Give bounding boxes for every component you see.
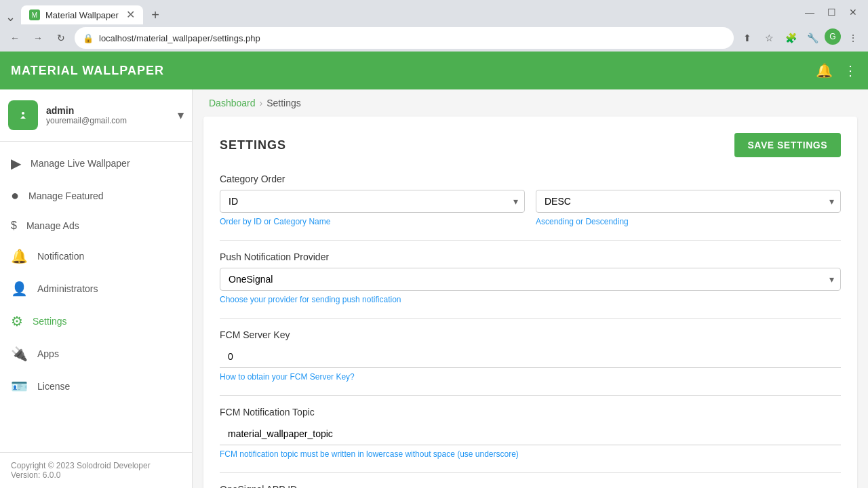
address-actions: ⬆ ☆ 🧩 🔧 G ⋮ bbox=[738, 28, 863, 47]
category-order-dir-col: ASC DESC ▾ bbox=[536, 190, 841, 213]
sidebar-nav: ▶ Manage Live Wallpaper ● Manage Feature… bbox=[0, 142, 192, 452]
settings-header: SETTINGS SAVE SETTINGS bbox=[220, 133, 841, 157]
browser-titlebar: ⌄ M Material Wallpaper ✕ + — ☐ ✕ bbox=[0, 0, 868, 24]
notification-icon[interactable]: 🔔 bbox=[816, 62, 833, 79]
browser-tabs: ⌄ M Material Wallpaper ✕ + bbox=[5, 0, 800, 24]
onesignal-appid-group: OneSignal APP ID Where do I get my OneSi… bbox=[220, 484, 841, 488]
push-notification-select[interactable]: OneSignal Firebase bbox=[220, 268, 841, 291]
address-bar[interactable]: 🔒 localhost/material_wallpaper/settings.… bbox=[75, 27, 734, 49]
forward-button[interactable]: → bbox=[28, 28, 47, 47]
fcm-server-key-input[interactable] bbox=[220, 346, 841, 368]
app-container: MATERIAL WALLPAPER 🔔 ⋮ admin youremail@g… bbox=[0, 52, 868, 488]
sidebar: admin youremail@gmail.com ▾ ▶ Manage Liv… bbox=[0, 89, 193, 488]
category-dir-select-wrapper: ASC DESC ▾ bbox=[536, 190, 841, 213]
nav-label-manage-ads: Manage Ads bbox=[26, 220, 79, 231]
category-id-select-wrapper: ID Category Name ▾ bbox=[220, 190, 525, 213]
category-order-hint-right[interactable]: Ascending or Descending bbox=[536, 217, 629, 226]
sidebar-item-settings[interactable]: ⚙ Settings bbox=[0, 305, 192, 338]
sidebar-item-license[interactable]: 🪪 License bbox=[0, 370, 192, 403]
fcm-topic-input[interactable] bbox=[220, 423, 841, 445]
onesignal-appid-label: OneSignal APP ID bbox=[220, 484, 841, 488]
category-hint-left: Order by ID or Category Name bbox=[220, 216, 525, 226]
user-chevron-icon[interactable]: ▾ bbox=[178, 108, 184, 123]
extension-icon[interactable]: 🧩 bbox=[781, 28, 800, 47]
browser-addressbar: ← → ↻ 🔒 localhost/material_wallpaper/set… bbox=[0, 24, 868, 52]
person-icon: 👤 bbox=[11, 281, 28, 297]
fcm-topic-hint[interactable]: FCM notification topic must be written i… bbox=[220, 449, 841, 459]
category-hints-row: Order by ID or Category Name Ascending o… bbox=[220, 216, 841, 226]
lock-icon: 🔒 bbox=[83, 33, 94, 43]
svg-rect-0 bbox=[15, 107, 31, 123]
nav-label-license: License bbox=[37, 381, 70, 392]
close-button[interactable]: ✕ bbox=[844, 3, 863, 22]
nav-label-apps: Apps bbox=[37, 348, 59, 359]
settings-title: SETTINGS bbox=[220, 138, 286, 152]
minimize-button[interactable]: — bbox=[800, 3, 819, 22]
star-icon: ● bbox=[11, 188, 19, 203]
reload-button[interactable]: ↻ bbox=[52, 28, 71, 47]
breadcrumb-settings: Settings bbox=[267, 98, 301, 108]
app-title: MATERIAL WALLPAPER bbox=[11, 64, 816, 78]
version-label: Version: bbox=[11, 470, 40, 480]
divider-4 bbox=[220, 472, 841, 473]
divider-1 bbox=[220, 240, 841, 241]
sidebar-item-administrators[interactable]: 👤 Administrators bbox=[0, 272, 192, 305]
maximize-button[interactable]: ☐ bbox=[822, 3, 841, 22]
more-options-icon[interactable]: ⋮ bbox=[844, 62, 857, 79]
category-order-id-select[interactable]: ID Category Name bbox=[220, 190, 525, 213]
tab-favicon: M bbox=[29, 9, 40, 20]
fcm-server-key-hint[interactable]: How to obtain your FCM Server Key? bbox=[220, 372, 841, 382]
category-order-group: Category Order ID Category Name ▾ bbox=[220, 174, 841, 226]
sidebar-item-apps[interactable]: 🔌 Apps bbox=[0, 338, 192, 370]
nav-label-manage-live-wallpaper: Manage Live Wallpaper bbox=[31, 158, 130, 169]
browser-tab-active[interactable]: M Material Wallpaper ✕ bbox=[21, 5, 143, 24]
browser-chrome: ⌄ M Material Wallpaper ✕ + — ☐ ✕ ← → ↻ 🔒… bbox=[0, 0, 868, 52]
save-settings-button[interactable]: SAVE SETTINGS bbox=[734, 133, 841, 157]
user-email: youremail@gmail.com bbox=[46, 116, 170, 125]
tab-title: Material Wallpaper bbox=[45, 10, 121, 20]
new-tab-button[interactable]: + bbox=[146, 5, 165, 24]
breadcrumb-separator: › bbox=[260, 98, 263, 108]
menu-icon[interactable]: ⋮ bbox=[844, 28, 863, 47]
nav-label-notification: Notification bbox=[37, 251, 84, 262]
sidebar-item-notification[interactable]: 🔔 Notification bbox=[0, 240, 192, 272]
fcm-topic-group: FCM Notification Topic FCM notification … bbox=[220, 407, 841, 459]
plug-icon: 🔌 bbox=[11, 346, 28, 362]
divider-2 bbox=[220, 318, 841, 319]
url-text: localhost/material_wallpaper/settings.ph… bbox=[99, 33, 726, 43]
back-button[interactable]: ← bbox=[5, 28, 24, 47]
window-controls: — ☐ ✕ bbox=[800, 3, 863, 22]
tab-close-button[interactable]: ✕ bbox=[126, 9, 135, 20]
fcm-topic-label: FCM Notification Topic bbox=[220, 407, 841, 418]
settings-card: SETTINGS SAVE SETTINGS Category Order ID… bbox=[203, 117, 857, 488]
breadcrumb-dashboard[interactable]: Dashboard bbox=[209, 98, 256, 108]
push-notification-select-wrapper: OneSignal Firebase ▾ bbox=[220, 268, 841, 291]
fcm-server-key-group: FCM Server Key How to obtain your FCM Se… bbox=[220, 329, 841, 382]
gear-icon: ⚙ bbox=[11, 313, 23, 329]
copyright-text: Copyright © 2023 Solodroid Developer bbox=[11, 461, 181, 470]
main-layout: admin youremail@gmail.com ▾ ▶ Manage Liv… bbox=[0, 89, 868, 488]
main-content: Dashboard › Settings SETTINGS SAVE SETTI… bbox=[193, 89, 868, 488]
bookmark-icon[interactable]: ☆ bbox=[760, 28, 778, 47]
category-order-hint-left[interactable]: Order by ID or Category Name bbox=[220, 217, 330, 226]
sidebar-user-profile[interactable]: admin youremail@gmail.com ▾ bbox=[0, 89, 192, 142]
share-icon[interactable]: ⬆ bbox=[738, 28, 757, 47]
tab-scroll-arrow[interactable]: ⌄ bbox=[5, 9, 16, 24]
top-bar-actions: 🔔 ⋮ bbox=[816, 62, 857, 79]
bell-icon: 🔔 bbox=[11, 248, 28, 264]
fcm-server-key-label: FCM Server Key bbox=[220, 329, 841, 340]
ads-icon: $ bbox=[11, 220, 17, 232]
sidebar-item-manage-live-wallpaper[interactable]: ▶ Manage Live Wallpaper bbox=[0, 147, 192, 180]
push-notification-hint[interactable]: Choose your provider for sending push no… bbox=[220, 295, 841, 304]
push-notification-group: Push Notification Provider OneSignal Fir… bbox=[220, 251, 841, 304]
extensions-icon[interactable]: 🔧 bbox=[803, 28, 822, 47]
category-order-dir-select[interactable]: ASC DESC bbox=[536, 190, 841, 213]
category-order-row: ID Category Name ▾ ASC DESC bbox=[220, 190, 841, 213]
breadcrumb: Dashboard › Settings bbox=[193, 89, 868, 117]
svg-point-1 bbox=[22, 112, 24, 115]
sidebar-item-manage-featured[interactable]: ● Manage Featured bbox=[0, 180, 192, 211]
nav-label-administrators: Administrators bbox=[37, 283, 98, 294]
sidebar-item-manage-ads[interactable]: $ Manage Ads bbox=[0, 211, 192, 240]
profile-icon[interactable]: G bbox=[825, 28, 841, 45]
play-icon: ▶ bbox=[11, 155, 21, 171]
